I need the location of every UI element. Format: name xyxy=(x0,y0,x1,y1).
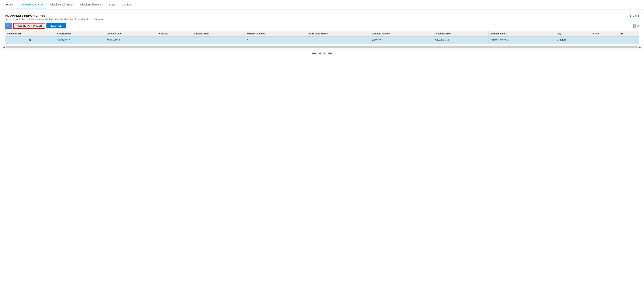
cell-cart-number[interactable]: 1-2C26B126 xyxy=(55,37,105,44)
remove-cart-icon[interactable]: ✕ xyxy=(7,38,53,42)
col-creation-date: Creation Date xyxy=(105,31,157,37)
cell-account-number: 6088923 xyxy=(370,37,433,44)
columns-icon[interactable]: ‖‖ xyxy=(633,24,636,28)
col-account-name: Account Name xyxy=(433,31,488,37)
col-city: City xyxy=(555,31,591,37)
nav-bar: Home Create Repair Order Check Repair St… xyxy=(0,0,644,10)
scroll-left-arrow[interactable]: ◀ xyxy=(2,45,6,49)
cell-bulk-load-status xyxy=(307,37,370,44)
pagination-prev-button[interactable]: ◀ xyxy=(318,52,321,55)
col-billable-order: Billable Order xyxy=(192,31,245,37)
nav-item-create-repair-order[interactable]: Create Repair Order xyxy=(16,0,47,9)
nav-item-check-repair-status[interactable]: Check Repair Status xyxy=(47,0,77,9)
horizontal-scrollbar: ◀ ▶ xyxy=(2,44,642,50)
content-area: INCOMPLETE REPAIR CARTS Incomplete carts… xyxy=(2,11,642,56)
col-pro: Pro xyxy=(618,31,639,37)
nav-item-assets[interactable]: Assets xyxy=(104,0,118,9)
cell-number-of-lines: 0 xyxy=(245,37,307,44)
toolbar: 🔍 NEW REPAIR ORDER NEED HELP ‖‖ ↺ xyxy=(5,23,639,28)
need-help-button[interactable]: NEED HELP xyxy=(46,23,66,28)
pagination-footer: ◀◀ ◀ ▶ ▶▶ xyxy=(2,50,642,56)
table-header-row: Remove Cart Cart Number Creation Date Co… xyxy=(5,31,639,37)
cell-creation-date: 09-Nov-2023 xyxy=(105,37,157,44)
col-contact: Contact xyxy=(157,31,192,37)
search-button[interactable]: 🔍 xyxy=(5,23,12,28)
cell-cart-number-link[interactable]: 1-2C26B126 xyxy=(57,39,70,42)
col-address-line-1: Address Line 1 xyxy=(488,31,555,37)
cell-state xyxy=(591,37,618,44)
nav-item-contracts[interactable]: Contracts xyxy=(118,0,136,9)
repair-carts-table: Remove Cart Cart Number Creation Date Co… xyxy=(5,31,639,44)
col-state: State xyxy=(591,31,618,37)
table-row: ✕1-2C26B12609-Nov-202306088923Zebra Inte… xyxy=(5,37,639,44)
scroll-track[interactable] xyxy=(6,46,638,48)
col-account-number: Account Number xyxy=(370,31,433,37)
cell-account-name: Zebra Internal xyxy=(433,37,488,44)
pagination-first-button[interactable]: ◀◀ xyxy=(311,52,316,55)
col-bulk-load-status: Bulk Load Status xyxy=(307,31,370,37)
col-remove-cart: Remove Cart xyxy=(5,31,55,37)
scroll-right-arrow[interactable]: ▶ xyxy=(638,45,642,49)
pagination-info: 1 - 1 of 1 xyxy=(630,14,639,17)
cell-billable-order xyxy=(192,37,245,44)
nav-item-check-entitlement[interactable]: Check Entitlement xyxy=(77,0,104,9)
search-icon: 🔍 xyxy=(7,24,10,27)
section-title: INCOMPLETE REPAIR CARTS xyxy=(5,14,104,17)
cell-city: MUMBAI xyxy=(555,37,591,44)
col-number-of-lines: Number Of Lines xyxy=(245,31,307,37)
pagination-last-button[interactable]: ▶▶ xyxy=(328,52,333,55)
pagination-next-button[interactable]: ▶ xyxy=(323,52,326,55)
refresh-icon[interactable]: ↺ xyxy=(636,24,639,28)
section-subtitle: Incomplete carts that have not been subm… xyxy=(5,18,104,20)
new-repair-order-button[interactable]: NEW REPAIR ORDER xyxy=(13,23,45,28)
cell-pro xyxy=(618,37,639,44)
section-header: INCOMPLETE REPAIR CARTS Incomplete carts… xyxy=(5,14,639,23)
nav-item-home[interactable]: Home xyxy=(3,0,16,9)
col-cart-number: Cart Number xyxy=(55,31,105,37)
toolbar-icons: ‖‖ ↺ xyxy=(633,24,639,28)
cell-remove[interactable]: ✕ xyxy=(5,37,55,44)
cell-address-line-1: 201/202, SENTIN... xyxy=(488,37,555,44)
cell-contact xyxy=(157,37,192,44)
